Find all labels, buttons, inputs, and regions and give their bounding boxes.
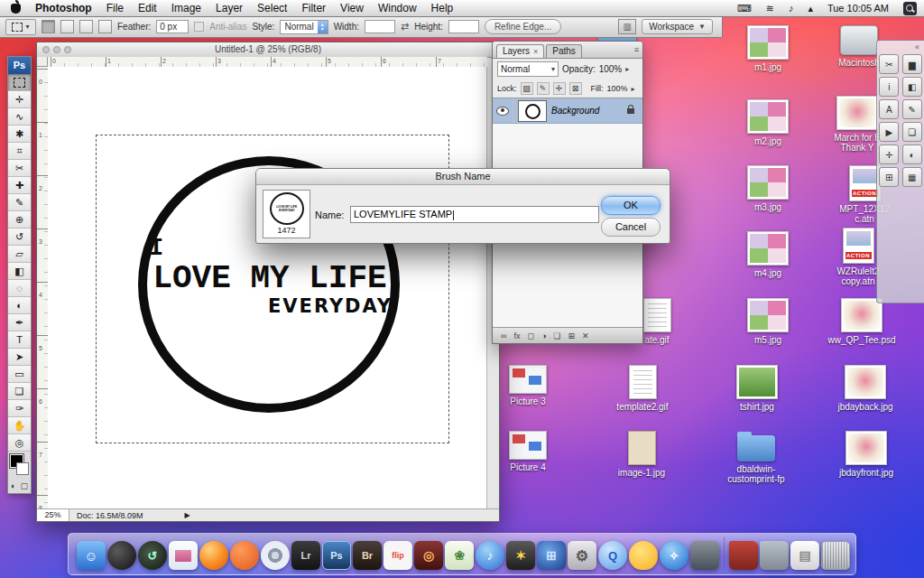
dock-flip[interactable]: flip bbox=[383, 541, 412, 570]
minimize-button[interactable] bbox=[53, 46, 60, 53]
color-icon[interactable]: ◧ bbox=[902, 77, 922, 97]
tab-paths[interactable]: Paths bbox=[546, 44, 582, 58]
new-layer-icon[interactable]: ⊞ bbox=[568, 331, 575, 340]
dock-time-machine[interactable] bbox=[138, 541, 167, 570]
dock-folder-red[interactable] bbox=[729, 541, 758, 570]
adjustment-layer-icon[interactable]: ◑ bbox=[541, 331, 546, 340]
desktop-icon-ww-qp-tee[interactable]: ww_QP_Tee.psd bbox=[829, 298, 894, 345]
dialog-titlebar[interactable]: Brush Name bbox=[256, 169, 670, 185]
menu-file[interactable]: File bbox=[106, 2, 124, 14]
layer-style-icon[interactable]: fx bbox=[513, 331, 520, 340]
dock-bridge[interactable]: Br bbox=[353, 541, 382, 570]
brushes-icon[interactable]: ✎ bbox=[902, 99, 922, 119]
width-input[interactable] bbox=[365, 20, 395, 33]
tool-move[interactable]: ✛ bbox=[8, 91, 31, 108]
document-titlebar[interactable]: Untitled-1 @ 25% (RGB/8) bbox=[37, 42, 499, 58]
dock-iphoto[interactable] bbox=[445, 541, 474, 570]
dropdown-arrow-icon[interactable]: ▸ bbox=[625, 65, 629, 73]
tab-layers[interactable]: Layers bbox=[496, 44, 544, 58]
spotlight-icon[interactable] bbox=[903, 2, 917, 15]
screen-mode-icon[interactable]: ▢ bbox=[20, 481, 28, 490]
close-button[interactable] bbox=[42, 46, 50, 53]
tool-notes[interactable]: ❏ bbox=[8, 383, 31, 400]
info-icon[interactable]: i bbox=[879, 77, 899, 97]
desktop-icon-image1[interactable]: image-1.jpg bbox=[609, 431, 674, 478]
link-layers-icon[interactable]: ∞ bbox=[501, 331, 506, 340]
desktop-icon-m5[interactable]: m5.jpg bbox=[735, 298, 800, 345]
desktop-icon-m4[interactable]: m4.jpg bbox=[735, 231, 800, 278]
tool-eraser[interactable]: ▱ bbox=[8, 246, 31, 263]
dock-preview[interactable] bbox=[169, 541, 198, 570]
tool-crop[interactable]: ⌗ bbox=[8, 143, 31, 160]
delete-layer-icon[interactable]: ✕ bbox=[582, 331, 589, 340]
antialias-checkbox[interactable] bbox=[194, 22, 204, 32]
desktop-icon-picture3[interactable]: Picture 3 bbox=[495, 365, 560, 406]
tool-presets-icon[interactable]: ✛ bbox=[879, 144, 899, 164]
desktop-icon-tshirt[interactable]: tshirt.jpg bbox=[725, 365, 790, 412]
visibility-cell[interactable] bbox=[493, 98, 513, 123]
dock-rubber-duck[interactable] bbox=[629, 541, 658, 570]
menu-view[interactable]: View bbox=[340, 2, 364, 14]
fill-value[interactable]: 100% bbox=[607, 84, 628, 93]
tool-blur[interactable]: ◌ bbox=[8, 280, 31, 297]
tab-close-icon[interactable] bbox=[533, 46, 538, 56]
menu-edit[interactable]: Edit bbox=[138, 2, 157, 14]
dock-safari[interactable] bbox=[660, 541, 688, 570]
selection-add-button[interactable] bbox=[60, 20, 74, 33]
workspace-button[interactable]: Workspace▼ bbox=[642, 19, 713, 34]
dock-toast[interactable] bbox=[414, 541, 443, 570]
layer-group-icon[interactable]: ❏ bbox=[553, 331, 560, 340]
desktop-icon-m3[interactable]: m3.jpg bbox=[735, 165, 800, 212]
palette-well-icon[interactable]: ▥ bbox=[618, 19, 636, 34]
wifi-icon[interactable]: ≋ bbox=[766, 3, 774, 14]
dock-front-row[interactable] bbox=[537, 541, 566, 570]
ok-button[interactable]: OK bbox=[601, 196, 661, 215]
dock-lightroom[interactable]: Lr bbox=[291, 541, 320, 570]
dock-stuffit[interactable] bbox=[690, 541, 719, 570]
desktop-icon-jbdayfront[interactable]: jbdayfront.jpg bbox=[834, 431, 899, 478]
opacity-value[interactable]: 100% bbox=[599, 64, 623, 74]
palette-menu-icon[interactable]: ≡ bbox=[634, 45, 639, 54]
tool-slice[interactable]: ✂ bbox=[8, 160, 31, 177]
tool-healing-brush[interactable]: ✚ bbox=[8, 177, 31, 194]
keyboard-menu-icon[interactable]: ⌨ bbox=[737, 3, 752, 14]
zoom-button[interactable] bbox=[64, 46, 71, 53]
character-icon[interactable]: A bbox=[879, 99, 899, 119]
dock-documents-stack[interactable] bbox=[790, 541, 819, 570]
volume-icon[interactable]: ♪ bbox=[789, 3, 794, 14]
cancel-button[interactable]: Cancel bbox=[601, 218, 661, 237]
refine-edge-button[interactable]: Refine Edge... bbox=[485, 19, 561, 34]
dock-thunderbird[interactable] bbox=[230, 541, 259, 570]
actions-icon[interactable]: ▶ bbox=[879, 122, 899, 142]
tool-magic-wand[interactable]: ✱ bbox=[8, 126, 31, 143]
desktop-icon-picture4[interactable]: Picture 4 bbox=[495, 431, 560, 472]
dock-system-preferences[interactable] bbox=[568, 541, 596, 570]
swatches-icon[interactable]: ▦ bbox=[902, 167, 922, 187]
canvas[interactable]: I LOVE MY LIFE EVERYDAY bbox=[48, 67, 487, 508]
collapse-palettes-icon[interactable]: « bbox=[879, 42, 922, 52]
selection-subtract-button[interactable] bbox=[79, 20, 93, 33]
tool-lasso[interactable]: ∿ bbox=[8, 108, 31, 126]
dropdown-arrow-icon[interactable]: ▸ bbox=[632, 85, 635, 93]
apple-menu-icon[interactable] bbox=[11, 4, 21, 14]
tool-type[interactable]: T bbox=[8, 331, 31, 349]
lock-paint-icon[interactable]: ✎ bbox=[537, 82, 550, 95]
layer-row-background[interactable]: Background bbox=[493, 98, 642, 124]
layer-mask-icon[interactable]: ◻ bbox=[527, 331, 533, 340]
desktop-icon-dbaldwin[interactable]: dbaldwin- customprint-fp bbox=[724, 431, 789, 484]
tool-preset-picker[interactable]: ▾ bbox=[5, 19, 36, 35]
desktop-icon-template2[interactable]: template2.gif bbox=[610, 365, 675, 412]
dock-photoshop[interactable]: Ps bbox=[322, 541, 351, 570]
dock-folder-gray[interactable] bbox=[760, 541, 789, 570]
clone-source-icon[interactable]: ✂ bbox=[879, 54, 899, 74]
dock-quicktime[interactable] bbox=[598, 541, 627, 570]
tool-path-selection[interactable]: ➤ bbox=[8, 349, 31, 366]
tool-brush[interactable]: ✎ bbox=[8, 194, 31, 211]
app-menu[interactable]: Photoshop bbox=[35, 2, 92, 14]
dock-itunes[interactable] bbox=[476, 541, 504, 570]
desktop-icon-jbdayback[interactable]: jbdayback.jpg bbox=[833, 365, 898, 412]
tool-eyedropper[interactable]: ✑ bbox=[8, 400, 31, 417]
tool-pen[interactable]: ✒ bbox=[8, 314, 31, 331]
tool-gradient[interactable]: ◧ bbox=[8, 263, 31, 280]
styles-icon[interactable]: ◐ bbox=[902, 144, 922, 164]
